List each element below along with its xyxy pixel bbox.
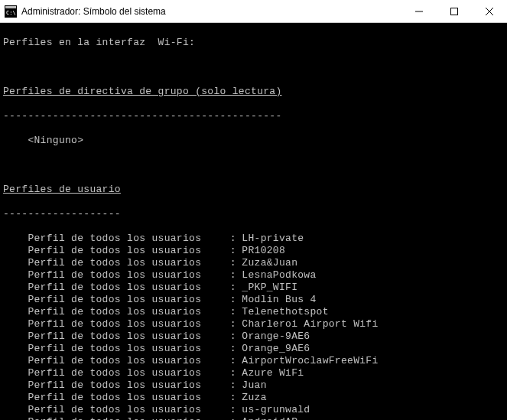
profile-name: AirportWroclawFreeWiFi [236,355,378,366]
profile-row: Perfil de todos los usuarios : LH-privat… [3,233,504,245]
profile-name: Azure WiFi [236,367,304,379]
svg-text:C:\: C:\ [6,10,16,16]
profile-name: LH-private [236,233,304,244]
gpo-header: Perfiles de directiva de grupo (solo lec… [3,86,504,98]
profile-row: Perfil de todos los usuarios : Juan [3,379,504,392]
profile-row: Perfil de todos los usuarios : PR10208 [3,245,504,257]
profile-list: Perfil de todos los usuarios : LH-privat… [3,233,504,420]
minimize-button[interactable] [401,0,437,22]
cmd-icon: C:\ [5,5,17,18]
profile-name: Orange_9AE6 [236,343,310,354]
window-controls [401,0,507,22]
interface-header: Perfiles en la interfaz Wi-Fi: [3,37,504,49]
profile-name: PR10208 [236,245,285,256]
window-titlebar: C:\ Administrador: Símbolo del sistema [0,0,507,23]
profile-name: Orange-9AE6 [236,330,310,342]
profile-name: LesnaPodkowa [236,269,316,281]
profile-row: Perfil de todos los usuarios : Telenetho… [3,306,504,318]
profile-name: AndroidAP [236,416,297,420]
profile-name: Zuza&Juan [236,257,297,269]
user-profiles-header: Perfiles de usuario [3,184,504,196]
profile-row: Perfil de todos los usuarios : Zuza&Juan [3,257,504,269]
profile-row: Perfil de todos los usuarios : AirportWr… [3,355,504,367]
gpo-underline: ----------------------------------------… [3,110,504,122]
profile-row: Perfil de todos los usuarios : Azure WiF… [3,367,504,379]
close-button[interactable] [472,0,507,22]
profile-name: Modlin Bus 4 [236,294,316,305]
profile-row: Perfil de todos los usuarios : us-grunwa… [3,404,504,416]
terminal-output[interactable]: Perfiles en la interfaz Wi-Fi: Perfiles … [0,23,507,420]
profile-name: Charleroi Airport Wifi [236,318,378,330]
profile-row: Perfil de todos los usuarios : Modlin Bu… [3,294,504,306]
profile-row: Perfil de todos los usuarios : AndroidAP [3,416,504,420]
profile-row: Perfil de todos los usuarios : _PKP_WIFI [3,282,504,294]
window-title: Administrador: Símbolo del sistema [21,6,401,17]
profile-row: Perfil de todos los usuarios : Orange_9A… [3,343,504,355]
profile-row: Perfil de todos los usuarios : Charleroi… [3,318,504,330]
profile-name: Zuza [236,392,267,403]
profile-row: Perfil de todos los usuarios : LesnaPodk… [3,269,504,282]
gpo-none: <Ninguno> [3,135,504,147]
svg-rect-4 [451,8,458,15]
profile-row: Perfil de todos los usuarios : Zuza [3,392,504,404]
maximize-button[interactable] [437,0,472,22]
profile-name: Telenethotspot [236,306,329,317]
profile-name: Juan [236,379,267,391]
profile-name: _PKP_WIFI [236,282,297,293]
user-profiles-underline: ------------------- [3,208,504,220]
profile-name: us-grunwald [236,404,310,415]
profile-row: Perfil de todos los usuarios : Orange-9A… [3,330,504,343]
svg-rect-1 [5,6,16,8]
